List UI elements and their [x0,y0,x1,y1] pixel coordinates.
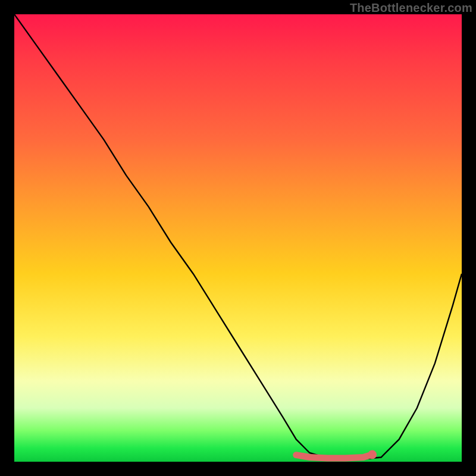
highlight-segment [296,455,372,458]
chart-frame [14,14,462,462]
chart-svg [14,14,462,462]
highlight-endpoint-dot [368,450,377,459]
attribution-text: TheBottlenecker.com [350,1,472,15]
curve-line [14,14,462,459]
